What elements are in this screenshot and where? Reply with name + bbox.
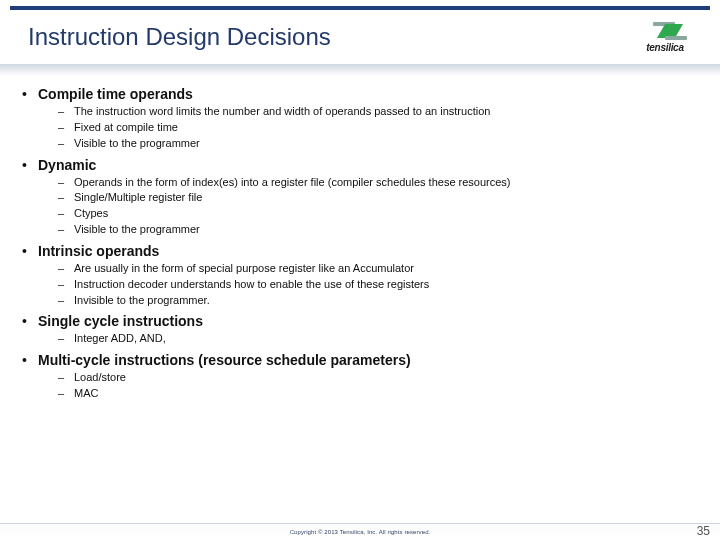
list-item: –Operands in the form of index(es) into …	[58, 175, 698, 190]
dash-icon: –	[58, 293, 74, 308]
list-item: –Load/store	[58, 370, 698, 385]
list-item-text: Instruction decoder understands how to e…	[74, 277, 429, 292]
list-item-text: Visible to the programmer	[74, 222, 200, 237]
list-item-text: Fixed at compile time	[74, 120, 178, 135]
list-item-text: MAC	[74, 386, 98, 401]
list-item-text: Ctypes	[74, 206, 108, 221]
dash-icon: –	[58, 261, 74, 276]
dash-icon: –	[58, 136, 74, 151]
list-item: –Instruction decoder understands how to …	[58, 277, 698, 292]
page-number: 35	[697, 524, 710, 538]
section-heading: • Compile time operands	[22, 86, 698, 102]
section-heading-text: Compile time operands	[38, 86, 193, 102]
list-item: –MAC	[58, 386, 698, 401]
list-item-text: Are usually in the form of special purpo…	[74, 261, 414, 276]
bullet-icon: •	[22, 352, 38, 368]
bullet-icon: •	[22, 86, 38, 102]
list-item-text: Visible to the programmer	[74, 136, 200, 151]
slide-title: Instruction Design Decisions	[10, 23, 331, 51]
slide-footer: Copyright © 2013 Tensilica, Inc. All rig…	[0, 523, 720, 540]
section-heading: • Intrinsic operands	[22, 243, 698, 259]
list-item: –Fixed at compile time	[58, 120, 698, 135]
list-item: –Ctypes	[58, 206, 698, 221]
dash-icon: –	[58, 222, 74, 237]
section-heading-text: Dynamic	[38, 157, 96, 173]
list-item: –Integer ADD, AND,	[58, 331, 698, 346]
section-heading-text: Intrinsic operands	[38, 243, 159, 259]
dash-icon: –	[58, 120, 74, 135]
dash-icon: –	[58, 206, 74, 221]
brand-logo: tensilica	[626, 17, 704, 57]
slide-content: • Compile time operands –The instruction…	[0, 76, 720, 401]
dash-icon: –	[58, 190, 74, 205]
bullet-icon: •	[22, 157, 38, 173]
bullet-icon: •	[22, 313, 38, 329]
list-item: –The instruction word limits the number …	[58, 104, 698, 119]
list-item-text: Integer ADD, AND,	[74, 331, 166, 346]
section-heading: • Single cycle instructions	[22, 313, 698, 329]
list-item: –Visible to the programmer	[58, 222, 698, 237]
dash-icon: –	[58, 175, 74, 190]
section-heading: • Multi-cycle instructions (resource sch…	[22, 352, 698, 368]
section-heading-text: Single cycle instructions	[38, 313, 203, 329]
section-heading-text: Multi-cycle instructions (resource sched…	[38, 352, 411, 368]
dash-icon: –	[58, 331, 74, 346]
list-item: –Invisible to the programmer.	[58, 293, 698, 308]
list-item: –Single/Multiple register file	[58, 190, 698, 205]
dash-icon: –	[58, 370, 74, 385]
list-item-text: The instruction word limits the number a…	[74, 104, 490, 119]
dash-icon: –	[58, 277, 74, 292]
list-item: –Visible to the programmer	[58, 136, 698, 151]
list-item-text: Load/store	[74, 370, 126, 385]
list-item-text: Operands in the form of index(es) into a…	[74, 175, 511, 190]
dash-icon: –	[58, 104, 74, 119]
slide-header: Instruction Design Decisions tensilica	[0, 10, 720, 64]
list-item-text: Single/Multiple register file	[74, 190, 202, 205]
dash-icon: –	[58, 386, 74, 401]
header-shadow	[0, 64, 720, 76]
brand-logo-mark	[653, 22, 687, 40]
section-heading: • Dynamic	[22, 157, 698, 173]
copyright-text: Copyright © 2013 Tensilica, Inc. All rig…	[290, 529, 431, 535]
list-item-text: Invisible to the programmer.	[74, 293, 210, 308]
list-item: –Are usually in the form of special purp…	[58, 261, 698, 276]
brand-name: tensilica	[646, 42, 683, 53]
bullet-icon: •	[22, 243, 38, 259]
